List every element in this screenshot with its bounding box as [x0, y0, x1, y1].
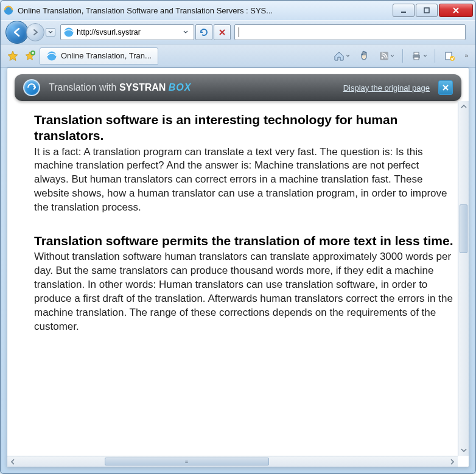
- svg-point-5: [65, 28, 74, 37]
- ie-logo-icon: [3, 5, 14, 16]
- add-favorites-button[interactable]: [23, 49, 37, 63]
- systran-title: Translation with SYSTRAN BOX: [49, 82, 191, 93]
- print-button[interactable]: [407, 48, 431, 64]
- toolbar-separator: [435, 49, 435, 63]
- svg-rect-13: [414, 52, 419, 55]
- display-original-link[interactable]: Display the original page: [343, 83, 430, 92]
- svg-rect-2: [424, 8, 429, 13]
- back-button[interactable]: [5, 21, 29, 44]
- hscroll-thumb[interactable]: ≡: [105, 458, 269, 465]
- tabs-toolbar: Online Translation, Tran...: [1, 44, 475, 68]
- paragraph-1: It is a fact: A translation program can …: [34, 145, 455, 215]
- scroll-down-icon[interactable]: [458, 445, 469, 456]
- toolbar-overflow-icon[interactable]: »: [464, 52, 468, 59]
- page-body: Translation software is an interesting t…: [7, 101, 469, 456]
- forward-button[interactable]: [26, 23, 44, 41]
- svg-rect-14: [414, 57, 419, 60]
- recent-pages-dropdown[interactable]: [46, 28, 55, 37]
- svg-point-11: [381, 57, 383, 58]
- heading-2: Translation software permits the transla…: [34, 233, 455, 249]
- page-menu-button[interactable]: [439, 48, 461, 64]
- address-dropdown-icon[interactable]: [180, 30, 191, 34]
- toolbar-separator: [402, 49, 403, 63]
- scroll-thumb[interactable]: [460, 204, 467, 253]
- heading-1: Translation software is an interesting t…: [34, 112, 455, 144]
- content-area: Translation with SYSTRAN BOX Display the…: [7, 68, 469, 467]
- site-favicon-icon: [63, 27, 74, 38]
- search-box[interactable]: [234, 24, 466, 40]
- systran-logo-icon: [23, 79, 40, 96]
- address-bar[interactable]: http://svsurl.systrar: [60, 24, 194, 40]
- tab-label: Online Translation, Tran...: [61, 51, 152, 60]
- browser-window: Online Translation, Translation Software…: [0, 0, 476, 474]
- browser-tab[interactable]: Online Translation, Tran...: [40, 47, 158, 64]
- refresh-button[interactable]: [195, 24, 212, 40]
- systran-close-button[interactable]: [438, 80, 453, 95]
- favorites-button[interactable]: [5, 49, 20, 63]
- titlebar: Online Translation, Translation Software…: [1, 1, 475, 20]
- svg-point-9: [47, 51, 57, 60]
- close-button[interactable]: [439, 4, 473, 17]
- maximize-button[interactable]: [416, 4, 438, 17]
- minimize-button[interactable]: [393, 4, 415, 17]
- feeds-button[interactable]: [374, 48, 399, 64]
- scroll-right-icon[interactable]: [447, 456, 458, 467]
- systran-toolbar: Translation with SYSTRAN BOX Display the…: [15, 74, 461, 101]
- scroll-left-icon[interactable]: [7, 456, 18, 467]
- home-button[interactable]: [329, 48, 354, 64]
- hand-tool-button[interactable]: [355, 48, 373, 64]
- horizontal-scrollbar[interactable]: ≡: [7, 456, 458, 467]
- navigation-toolbar: http://svsurl.systrar: [1, 20, 475, 44]
- tab-favicon-icon: [46, 51, 57, 61]
- stop-button[interactable]: [214, 24, 231, 40]
- address-url: http://svsurl.systrar: [77, 28, 180, 37]
- vertical-scrollbar[interactable]: [458, 101, 469, 456]
- paragraph-2: Without translation software human trans…: [34, 250, 455, 334]
- window-title: Online Translation, Translation Software…: [18, 6, 391, 15]
- text-cursor: [239, 27, 239, 37]
- scroll-up-icon[interactable]: [458, 101, 469, 112]
